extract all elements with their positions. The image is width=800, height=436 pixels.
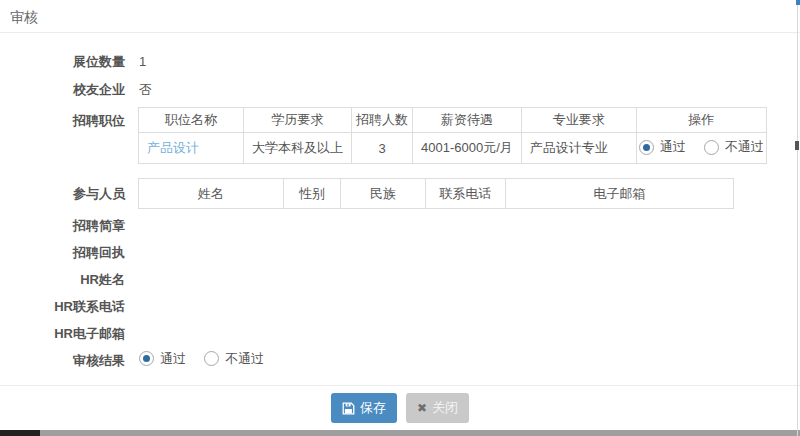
field-recruitment-brochure: 招聘简章 bbox=[0, 218, 800, 233]
col-major: 专业要求 bbox=[521, 108, 636, 133]
recruitment-brochure-label: 招聘简章 bbox=[0, 218, 125, 233]
field-recruitment-receipt: 招聘回执 bbox=[0, 245, 800, 260]
page-title: 审核 bbox=[10, 9, 38, 25]
close-button[interactable]: ✖ 关闭 bbox=[406, 393, 469, 423]
modal-footer: 保存 ✖ 关闭 bbox=[0, 385, 800, 430]
review-pass-radio[interactable] bbox=[139, 351, 154, 366]
scrollbar-thumb[interactable] bbox=[795, 141, 799, 150]
modal-header: 审核 bbox=[0, 0, 800, 33]
review-pass-radio-label[interactable]: 通过 bbox=[160, 351, 186, 366]
job-pass-radio[interactable] bbox=[639, 140, 654, 155]
review-form: 展位数量 1 校友企业 否 招聘职位 职位名称 学历要求 招聘人数 薪资待遇 bbox=[0, 54, 800, 369]
job-pass-radio-label[interactable]: 通过 bbox=[660, 138, 686, 156]
job-table-header-row: 职位名称 学历要求 招聘人数 薪资待遇 专业要求 操作 bbox=[139, 108, 767, 133]
field-booth-count: 展位数量 1 bbox=[0, 54, 800, 69]
col-gender: 性别 bbox=[284, 179, 341, 209]
job-approve-radio-group: 通过 不通过 bbox=[639, 138, 764, 156]
col-phone: 联系电话 bbox=[426, 179, 506, 209]
job-positions-label: 招聘职位 bbox=[0, 107, 125, 128]
col-name: 姓名 bbox=[139, 179, 284, 209]
job-fail-radio-label[interactable]: 不通过 bbox=[725, 138, 764, 156]
alumni-enterprise-value: 否 bbox=[139, 82, 152, 97]
review-fail-radio-label[interactable]: 不通过 bbox=[225, 351, 264, 366]
field-hr-email: HR电子邮箱 bbox=[0, 326, 800, 341]
x-mark-icon: ✖ bbox=[417, 401, 427, 415]
review-result-label: 审核结果 bbox=[0, 353, 125, 368]
participants-label: 参与人员 bbox=[0, 178, 125, 201]
job-fail-radio[interactable] bbox=[704, 140, 719, 155]
hr-email-label: HR电子邮箱 bbox=[0, 326, 125, 341]
bottom-frame-bar-dark-segment bbox=[0, 430, 40, 436]
recruitment-receipt-label: 招聘回执 bbox=[0, 245, 125, 260]
hr-name-label: HR姓名 bbox=[0, 272, 125, 287]
review-result-radio-group: 通过 不通过 bbox=[139, 351, 264, 366]
save-button[interactable]: 保存 bbox=[331, 393, 397, 423]
col-salary: 薪资待遇 bbox=[413, 108, 522, 133]
bottom-frame-bar bbox=[0, 430, 800, 436]
scrollbar-track bbox=[797, 0, 798, 436]
col-position-name: 职位名称 bbox=[139, 108, 244, 133]
field-participants: 参与人员 姓名 性别 民族 联系电话 电子邮箱 bbox=[0, 178, 800, 209]
job-positions-table: 职位名称 学历要求 招聘人数 薪资待遇 专业要求 操作 产品设计 大学本科及以上… bbox=[138, 107, 767, 164]
job-table-row: 产品设计 大学本科及以上 3 4001-6000元/月 产品设计专业 通过 不通… bbox=[139, 133, 767, 164]
participants-table: 姓名 性别 民族 联系电话 电子邮箱 bbox=[138, 178, 734, 209]
alumni-enterprise-label: 校友企业 bbox=[0, 82, 125, 97]
booth-count-value: 1 bbox=[139, 54, 146, 69]
review-fail-radio[interactable] bbox=[204, 351, 219, 366]
floppy-disk-icon bbox=[342, 402, 355, 415]
actions-cell: 通过 不通过 bbox=[636, 133, 766, 164]
review-result-value: 通过 不通过 bbox=[139, 351, 264, 369]
field-alumni-enterprise: 校友企业 否 bbox=[0, 82, 800, 97]
participants-header-row: 姓名 性别 民族 联系电话 电子邮箱 bbox=[139, 179, 734, 209]
save-button-label: 保存 bbox=[360, 399, 386, 417]
field-job-positions: 招聘职位 职位名称 学历要求 招聘人数 薪资待遇 专业要求 操作 bbox=[0, 107, 800, 164]
field-hr-phone: HR联系电话 bbox=[0, 299, 800, 314]
col-headcount: 招聘人数 bbox=[352, 108, 413, 133]
col-education: 学历要求 bbox=[244, 108, 352, 133]
review-modal: 审核 展位数量 1 校友企业 否 招聘职位 职位名称 学历要求 bbox=[0, 0, 800, 436]
headcount-cell: 3 bbox=[352, 133, 413, 164]
hr-phone-label: HR联系电话 bbox=[0, 299, 125, 314]
salary-cell: 4001-6000元/月 bbox=[413, 133, 522, 164]
booth-count-label: 展位数量 bbox=[0, 54, 125, 69]
field-hr-name: HR姓名 bbox=[0, 272, 800, 287]
field-review-result: 审核结果 通过 不通过 bbox=[0, 351, 800, 369]
col-ethnicity: 民族 bbox=[341, 179, 426, 209]
col-actions: 操作 bbox=[636, 108, 766, 133]
position-name-link[interactable]: 产品设计 bbox=[147, 140, 199, 155]
major-cell: 产品设计专业 bbox=[521, 133, 636, 164]
education-cell: 大学本科及以上 bbox=[244, 133, 352, 164]
col-email: 电子邮箱 bbox=[506, 179, 734, 209]
close-button-label: 关闭 bbox=[432, 399, 458, 417]
scrollbar-top-accent bbox=[796, 0, 800, 5]
